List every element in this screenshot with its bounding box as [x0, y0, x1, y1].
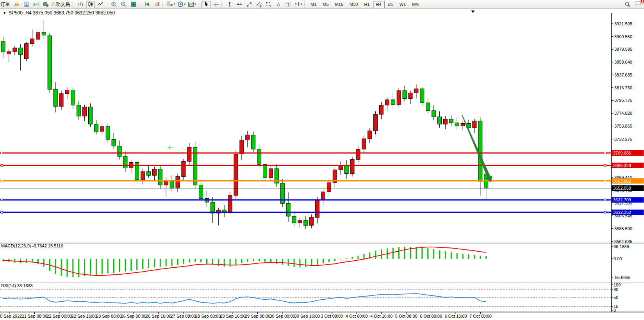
macd-histogram-bar: [61, 259, 62, 276]
line-handle[interactable]: [1, 152, 3, 154]
macd-histogram-bar: [43, 259, 45, 267]
text-label-icon[interactable]: T: [284, 1, 293, 8]
autotrading-button[interactable]: 自动交易: [51, 1, 70, 8]
chart-window-title[interactable]: ▼ SP500-,H4 3675.050 3680.750 3632.250 3…: [3, 10, 115, 16]
timeframe-h4-button[interactable]: H4: [373, 1, 385, 8]
macd-histogram-bar: [66, 259, 68, 277]
macd-histogram-bar: [130, 259, 132, 271]
timeframe-w1-button[interactable]: W1: [396, 1, 409, 8]
candle: [344, 165, 348, 174]
time-axis-label: 6 Oct 16:00: [445, 314, 467, 318]
templates-icon[interactable]: ▾: [187, 1, 197, 8]
macd-histogram-bar: [328, 259, 330, 262]
signal-icon[interactable]: [32, 1, 41, 8]
candle: [263, 164, 267, 178]
macd-histogram-bar: [264, 259, 266, 262]
chart-shift-marker-icon[interactable]: [471, 11, 475, 13]
macd-histogram-bar: [323, 259, 324, 263]
timeframe-m1-button[interactable]: M1: [307, 1, 319, 8]
toolbar-separator: [139, 1, 141, 8]
svg-text:F: F: [269, 5, 271, 8]
timeframe-d1-button[interactable]: D1: [385, 1, 396, 8]
timeframe-m5-button[interactable]: M5: [319, 1, 332, 8]
macd-histogram-bar: [142, 259, 143, 269]
autotrading-icon[interactable]: [41, 1, 50, 8]
candle: [292, 216, 296, 223]
terminal-icon[interactable]: [22, 1, 31, 8]
rsi-layer: [3, 293, 486, 303]
dropdown-caret-icon[interactable]: ▾: [173, 3, 175, 6]
chart-shift-icon[interactable]: [152, 1, 161, 8]
equidistant-channel-icon[interactable]: E: [254, 1, 263, 8]
timeframe-h1-button[interactable]: H1: [361, 1, 373, 8]
macd-axis-label: 0.00: [614, 256, 622, 261]
candle: [89, 107, 93, 124]
bar-chart-icon[interactable]: [76, 1, 85, 8]
search-icon[interactable]: [623, 0, 632, 8]
candle: [368, 131, 372, 139]
dropdown-caret-icon[interactable]: ▾: [184, 3, 186, 6]
candle: [397, 91, 401, 105]
candle: [438, 117, 442, 124]
price-tick-label: 3858.640: [614, 60, 632, 64]
time-axis-label: 29 Sep 08:00: [245, 314, 270, 318]
line-chart-icon[interactable]: [96, 1, 105, 8]
candle: [147, 172, 151, 175]
line-handle[interactable]: [1, 164, 3, 166]
macd-histogram-bar: [171, 259, 173, 266]
cross-marker[interactable]: [168, 145, 172, 149]
line-handle[interactable]: [604, 199, 606, 201]
dropdown-caret-icon[interactable]: ▾: [194, 3, 196, 6]
text-icon[interactable]: A: [274, 1, 283, 8]
vertical-line-icon[interactable]: [225, 1, 234, 8]
candlestick-chart-icon[interactable]: [86, 1, 95, 8]
macd-histogram-bar: [119, 259, 120, 272]
add-indicator-icon[interactable]: ▾: [166, 1, 176, 8]
macd-histogram-bar: [276, 259, 277, 264]
tile-windows-icon[interactable]: [129, 1, 138, 8]
candle: [246, 135, 250, 140]
line-handle[interactable]: [604, 212, 606, 213]
rsi-axis-label: 0: [614, 308, 616, 313]
candle: [252, 135, 255, 149]
crosshair-icon[interactable]: [211, 1, 220, 8]
order-button[interactable]: 订单: [0, 1, 10, 8]
macd-histogram-bar: [177, 259, 178, 265]
zoom-in-icon[interactable]: [109, 1, 118, 8]
macd-histogram-bar: [398, 247, 400, 259]
periods-icon[interactable]: ▾: [177, 1, 186, 8]
candle: [100, 126, 104, 132]
line-handle[interactable]: [604, 164, 606, 166]
timeframe-mn-button[interactable]: MN: [409, 1, 422, 8]
candle: [123, 156, 127, 168]
line-handle[interactable]: [1, 212, 3, 213]
macd-histogram-bar: [288, 259, 289, 266]
arrows-tool-icon[interactable]: ▾: [293, 1, 303, 8]
line-handle[interactable]: [1, 199, 3, 201]
cursor-icon[interactable]: [202, 1, 211, 8]
candle: [473, 121, 476, 128]
macd-histogram-bar: [294, 259, 295, 267]
zoom-out-icon[interactable]: [119, 1, 128, 8]
candle: [409, 93, 412, 98]
time-axis-label: 30 Sep 00:00: [269, 314, 295, 318]
auto-scroll-icon[interactable]: [143, 1, 152, 8]
timeframe-m30-button[interactable]: M30: [346, 1, 361, 8]
candle: [176, 176, 180, 188]
macd-histogram-bar: [427, 248, 428, 259]
chart-dropdown-icon[interactable]: ▼: [3, 11, 6, 15]
macd-histogram-bar: [334, 259, 335, 261]
line-handle[interactable]: [604, 152, 606, 154]
trend-arrow-annotation[interactable]: [462, 115, 492, 183]
new-order-icon[interactable]: [12, 1, 21, 8]
macd-histogram-bar: [32, 259, 33, 262]
timeframe-m15-button[interactable]: M15: [332, 1, 346, 8]
horizontal-line-icon[interactable]: [235, 1, 244, 8]
fibonacci-icon[interactable]: F: [264, 1, 273, 8]
candle: [25, 44, 29, 59]
dropdown-caret-icon[interactable]: ▾: [301, 3, 302, 6]
line-handle[interactable]: [1, 180, 3, 182]
macd-histogram-bar: [299, 259, 300, 267]
trendline-icon[interactable]: [244, 1, 253, 8]
line-handle[interactable]: [604, 180, 606, 182]
